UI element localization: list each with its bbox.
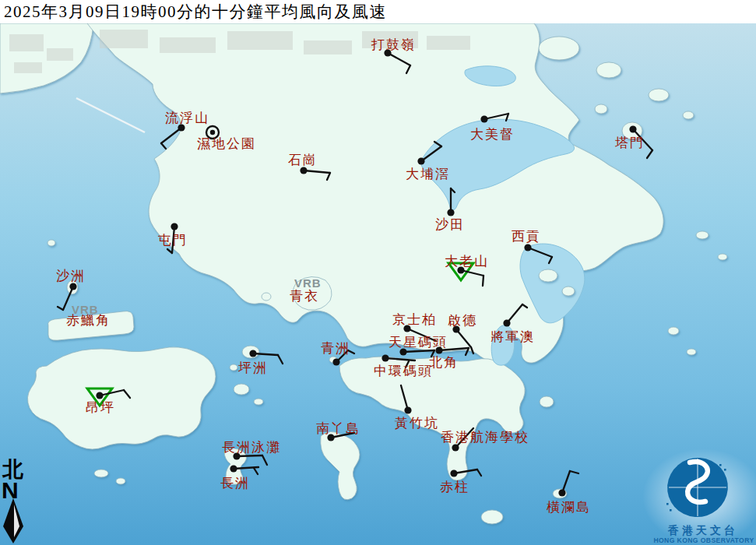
station-dot — [404, 406, 411, 413]
station-label: 打鼓嶺 — [371, 37, 416, 52]
station-label: 西貢 — [512, 229, 541, 244]
station-label: 青洲 — [321, 341, 350, 356]
station-label: 青衣 — [290, 289, 319, 304]
station-tsing-yi: VRB青衣 — [290, 276, 322, 304]
station-label: 屯門 — [158, 233, 188, 248]
station-label: 沙洲 — [56, 269, 86, 283]
station-dot — [300, 167, 307, 174]
station-dot — [480, 115, 487, 122]
wind-barb — [237, 455, 262, 456]
station-label: 南丫島 — [316, 421, 360, 436]
station-label: 石崗 — [288, 153, 318, 167]
station-dot — [503, 319, 510, 326]
wind-barb — [483, 276, 483, 286]
station-dot — [450, 469, 457, 476]
station-label: 流浮山 — [165, 111, 209, 125]
station-dot — [435, 346, 442, 353]
station-label: 中環碼頭 — [374, 364, 433, 378]
station-dot — [558, 489, 565, 496]
station-dot — [332, 358, 339, 365]
station-dot — [417, 157, 424, 164]
map-canvas: 打鼓嶺流浮山濕地公園石崗大美督大埔滘塔門沙田屯門沙洲VRB赤鱲角VRB青衣西貢大… — [0, 0, 756, 545]
station-label: 啟德 — [448, 313, 477, 328]
station-label: 長洲 — [220, 476, 250, 490]
station-dot — [96, 392, 103, 399]
station-label: 黃竹坑 — [395, 416, 439, 431]
station-label: 昂坪 — [86, 400, 115, 415]
station-dot — [210, 130, 215, 135]
station-dot — [249, 350, 256, 357]
north-n-label: N — [2, 477, 19, 503]
station-label: 大老山 — [445, 254, 489, 269]
station-label: 北角 — [429, 355, 459, 370]
station-label: 香港航海學校 — [441, 430, 529, 445]
station-label: 坪洲 — [238, 360, 268, 375]
title-bar: 2025年3月09日19時00分的十分鐘平均風向及風速 — [0, 0, 756, 23]
station-label: 塔門 — [614, 135, 645, 150]
station-label: 沙田 — [435, 217, 465, 232]
vrb-label: VRB — [294, 276, 322, 290]
station-label: 濕地公園 — [197, 136, 256, 151]
station-label: 京士柏 — [392, 312, 437, 327]
station-dot — [452, 444, 459, 451]
station-dot — [447, 209, 454, 216]
station-label: 赤鱲角 — [66, 313, 111, 328]
wind-map-screen: 打鼓嶺流浮山濕地公園石崗大美督大埔滘塔門沙田屯門沙洲VRB赤鱲角VRB青衣西貢大… — [0, 0, 756, 545]
station-dot — [69, 283, 76, 290]
station-label: 將軍澳 — [491, 329, 535, 344]
station-dot — [629, 125, 636, 132]
map-title: 2025年3月09日19時00分的十分鐘平均風向及風速 — [4, 1, 387, 23]
logo-chinese-name: 香港天文台 — [667, 524, 738, 536]
station-label: 長洲泳灘 — [222, 440, 281, 455]
station-label: 大埔滘 — [406, 167, 450, 181]
logo-english-name: HONG KONG OBSERVATORY — [653, 536, 754, 544]
station-dot — [171, 223, 178, 230]
station-label: 大美督 — [470, 127, 515, 142]
station-label: 赤柱 — [440, 480, 469, 494]
station-dot — [382, 354, 389, 361]
station-dot — [524, 244, 531, 251]
station-dot — [230, 465, 237, 472]
station-label: 橫瀾島 — [547, 500, 591, 515]
